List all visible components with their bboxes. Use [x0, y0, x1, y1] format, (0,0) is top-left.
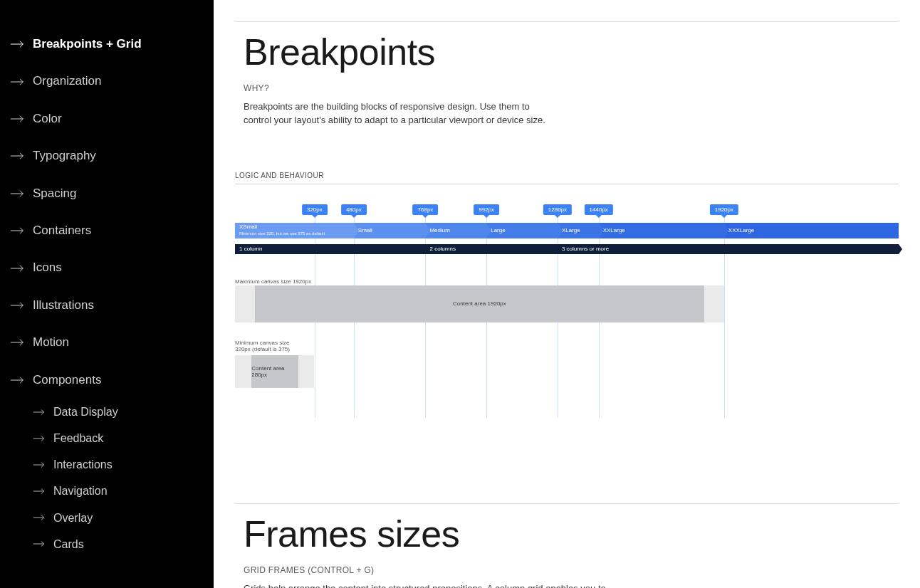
size-band: XXXLarge: [724, 223, 899, 238]
arrow-right-icon: [10, 115, 24, 123]
why-body: Breakpoints are the building blocks of r…: [244, 100, 550, 127]
sidebar-item-label: Illustrations: [33, 298, 94, 313]
why-label: WHY?: [244, 83, 899, 93]
sidebar-item-5[interactable]: Containers: [0, 212, 214, 249]
sidebar-item-4[interactable]: Spacing: [0, 175, 214, 212]
sidebar-item-2[interactable]: Color: [0, 100, 214, 137]
breakpoint-marker: 480px: [341, 204, 367, 215]
size-band: XLarge: [558, 223, 599, 238]
sidebar-item-label: Components: [33, 373, 101, 387]
section-divider: [235, 21, 899, 22]
sidebar-item-label: Icons: [33, 261, 62, 275]
sidebar-subitem-label: Cards: [53, 537, 84, 551]
size-band-label: XLarge: [562, 227, 580, 233]
sidebar-item-3[interactable]: Typography: [0, 137, 214, 174]
sidebar-item-0[interactable]: Breakpoints + Grid: [0, 26, 214, 63]
section-divider: [235, 503, 899, 504]
size-band: Medium: [425, 223, 486, 238]
sidebar-subitem-3[interactable]: Navigation: [33, 478, 214, 504]
sidebar-subitem-label: Navigation: [53, 484, 108, 498]
sidebar-item-label: Breakpoints + Grid: [33, 37, 142, 51]
size-band: XSmallMinimum size 320, but we use 375 a…: [235, 223, 354, 238]
arrow-right-icon: [10, 78, 24, 86]
sidebar-item-label: Motion: [33, 335, 69, 350]
column-band: 1 column: [235, 244, 425, 254]
size-band-label: XSmall: [239, 224, 257, 231]
sidebar-item-7[interactable]: Illustrations: [0, 287, 214, 324]
arrow-right-icon: [10, 189, 24, 198]
main-content: Breakpoints WHY? Breakpoints are the bui…: [214, 0, 920, 588]
size-bands-row: XSmallMinimum size 320, but we use 375 a…: [235, 223, 899, 238]
sidebar-subitem-label: Feedback: [53, 431, 103, 445]
size-band-label: Large: [491, 227, 505, 233]
sidebar-item-label: Color: [33, 112, 62, 126]
size-band-label: Medium: [429, 227, 449, 233]
frames-subhead: GRID FRAMES (CONTROL + G): [244, 565, 899, 575]
breakpoint-marker: 1920px: [710, 204, 738, 215]
sidebar-subitem-label: Interactions: [53, 458, 113, 471]
arrow-right-icon: [10, 264, 24, 273]
size-band: XXLarge: [599, 223, 724, 238]
breakpoints-diagram: 320px480px768px992px1280px1440px1920pxXS…: [235, 204, 899, 418]
min-canvas-label: Minimum canvas size 320px (default is 37…: [235, 340, 299, 353]
sidebar-item-1[interactable]: Organization: [0, 63, 214, 100]
page-title-frames: Frames sizes: [244, 513, 899, 555]
arrow-right-icon: [33, 435, 45, 442]
size-band-label: XXLarge: [603, 227, 625, 233]
arrow-right-icon: [10, 376, 24, 384]
column-band-label: 1 column: [239, 246, 262, 252]
size-band: Large: [486, 223, 558, 238]
columns-row: 1 column2 columns3 columns or more: [235, 244, 899, 254]
sidebar-subitem-label: Overlay: [53, 511, 93, 525]
sidebar-subitem-0[interactable]: Data Display: [33, 399, 214, 425]
sidebar-sub-list: Data DisplayFeedbackInteractionsNavigati…: [0, 399, 214, 557]
sidebar-subitem-label: Data Display: [53, 405, 118, 419]
sidebar-nav: Breakpoints + GridOrganizationColorTypog…: [0, 0, 214, 588]
column-band-label: 2 columns: [429, 246, 455, 252]
column-band: 2 columns: [425, 244, 557, 254]
sidebar-item-label: Containers: [33, 224, 91, 238]
diagram-heading: LOGIC AND BEHAVIOUR: [235, 172, 899, 184]
max-content-block: Content area 1920px: [255, 285, 704, 322]
breakpoint-marker: 320px: [302, 204, 328, 215]
size-band-label: XXXLarge: [728, 227, 754, 233]
arrow-right-icon: [10, 301, 24, 310]
size-band-label: Small: [358, 227, 372, 233]
arrow-right-icon: [10, 40, 24, 48]
arrow-right-icon: [33, 409, 45, 416]
max-canvas-label: Maximum canvas size 1920px: [235, 278, 311, 285]
size-band-sublabel: Minimum size 320, but we use 375 as defa…: [239, 231, 325, 236]
column-band-label: 3 columns or more: [562, 246, 609, 252]
sidebar-subitem-1[interactable]: Feedback: [33, 425, 214, 451]
size-band: Small: [354, 223, 426, 238]
arrow-right-icon: [33, 540, 45, 547]
sidebar-item-label: Organization: [33, 74, 101, 88]
sidebar-subitem-2[interactable]: Interactions: [33, 451, 214, 478]
arrow-right-icon: [33, 488, 45, 495]
frames-body: Grids help arrange the content into stru…: [244, 582, 614, 588]
breakpoint-marker: 768px: [413, 204, 439, 215]
sidebar-item-9[interactable]: Components: [0, 362, 214, 399]
arrow-right-icon: [10, 226, 24, 235]
column-band: 3 columns or more: [558, 244, 899, 254]
breakpoint-marker: 1280px: [543, 204, 572, 215]
arrow-right-icon: [33, 514, 45, 521]
min-content-block: Content area 280px: [251, 355, 298, 388]
arrow-right-icon: [10, 338, 24, 347]
sidebar-subitem-4[interactable]: Overlay: [33, 505, 214, 531]
arrow-right-icon: [10, 152, 24, 160]
breakpoint-marker: 1440px: [585, 204, 613, 215]
breakpoint-marker: 992px: [474, 204, 499, 215]
arrow-right-icon: [33, 461, 45, 468]
sidebar-item-8[interactable]: Motion: [0, 324, 214, 361]
sidebar-item-6[interactable]: Icons: [0, 249, 214, 286]
sidebar-item-label: Typography: [33, 149, 96, 163]
sidebar-subitem-5[interactable]: Cards: [33, 531, 214, 557]
page-title-breakpoints: Breakpoints: [244, 31, 899, 73]
breakpoint-guideline: [724, 210, 725, 418]
sidebar-item-label: Spacing: [33, 187, 76, 201]
